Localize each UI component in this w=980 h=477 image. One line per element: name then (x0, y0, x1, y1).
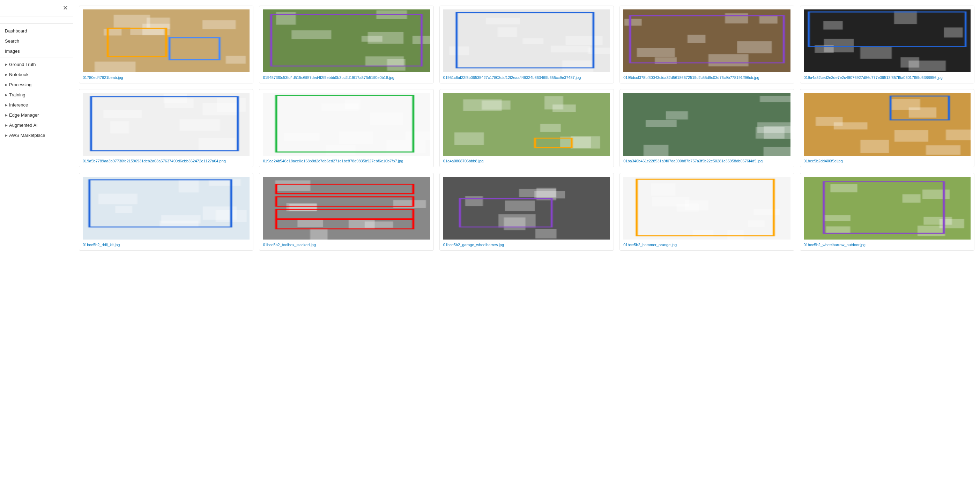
image-canvas (804, 10, 970, 72)
image-canvas (623, 93, 790, 156)
image-thumbnail-wrapper (263, 10, 430, 72)
image-canvas (83, 10, 250, 72)
image-filename-link[interactable]: 01bce5b2_toolbox_stacked.jpg (263, 242, 430, 247)
image-canvas (263, 10, 430, 72)
sidebar-group-label: Notebook (9, 72, 29, 77)
chevron-right-icon: ▶ (5, 123, 8, 127)
image-card: 0194573f0c53fd4d515c6ff57ded4f2f9ebbb0b3… (259, 6, 433, 83)
image-filename-link[interactable]: 0195dccf378bf30043cfda32d56186672519d2c5… (623, 75, 790, 80)
image-thumbnail-wrapper (83, 10, 250, 72)
image-thumbnail-wrapper (263, 177, 430, 239)
sidebar-group-label: Ground Truth (9, 62, 36, 67)
image-canvas (804, 93, 970, 156)
image-canvas (443, 177, 610, 239)
sidebar-group-label: Processing (9, 82, 32, 87)
image-canvas (623, 10, 790, 72)
image-filename-link[interactable]: 0194573f0c53fd4d515c6ff57ded4f2f9ebbb0b3… (263, 75, 430, 80)
image-card: 01bce5b2_drill_kit.jpg (79, 173, 253, 251)
image-card: 019a5b7789aa3b97730fe21596931deb2a03a576… (79, 89, 253, 167)
image-filename-link[interactable]: 019a4a52ced2e3de7e2c49076927d86c777e3951… (804, 75, 970, 80)
image-canvas (443, 10, 610, 72)
studio-link[interactable] (0, 16, 73, 24)
image-card: 01bce5b2_hammer_orange.jpg (619, 173, 794, 251)
image-thumbnail-wrapper (83, 177, 250, 239)
close-icon[interactable]: ✕ (63, 5, 68, 11)
image-canvas (263, 93, 430, 156)
chevron-right-icon: ▶ (5, 113, 8, 117)
image-filename-link[interactable]: 01bce5b2_hammer_orange.jpg (623, 242, 790, 247)
image-card: 01ba340b461c228531a9f07da090b87b757a3f5b… (619, 89, 794, 167)
image-canvas (83, 177, 250, 239)
image-filename-link[interactable]: 01780ed47821beab.jpg (83, 75, 250, 80)
image-card: 01bce5b2_toolbox_stacked.jpg (259, 173, 433, 251)
sidebar-group-aws-marketplace[interactable]: ▶AWS Marketplace (0, 130, 73, 140)
chevron-right-icon: ▶ (5, 62, 8, 66)
sidebar-group-label: Edge Manager (9, 112, 39, 118)
image-card: 019a4a52ced2e3de7e2c49076927d86c777e3951… (800, 6, 974, 83)
sidebar-group-notebook[interactable]: ▶Notebook (0, 70, 73, 80)
image-filename-link[interactable]: 01bce5b2dd400f5d.jpg (804, 158, 970, 164)
image-filename-link[interactable]: 01ba340b461c228531a9f07da090b87b757a3f5b… (623, 158, 790, 164)
image-filename-link[interactable]: 019a5b7789aa3b97730fe21596931deb2a03a576… (83, 158, 250, 164)
image-canvas (83, 93, 250, 156)
image-thumbnail-wrapper (623, 177, 790, 239)
sidebar-group-label: AWS Marketplace (9, 133, 45, 138)
sidebar: ✕ DashboardSearchImages▶Ground Truth▶Not… (0, 0, 73, 477)
sidebar-group-edge-manager[interactable]: ▶Edge Manager (0, 110, 73, 120)
image-card: 01a4a0868706bbb8.jpg (439, 89, 614, 167)
image-card: 01951c6af22f5b06535427c17803daf12f2eaa44… (439, 6, 614, 83)
sidebar-nav: DashboardSearchImages▶Ground Truth▶Noteb… (0, 24, 73, 142)
image-filename-link[interactable]: 01951c6af22f5b06535427c17803daf12f2eaa44… (443, 75, 610, 80)
image-grid: 01780ed47821beab.jpg0194573f0c53fd4d515c… (79, 6, 974, 251)
image-thumbnail-wrapper (443, 177, 610, 239)
image-card: 01bce5b2dd400f5d.jpg (800, 89, 974, 167)
image-thumbnail-wrapper (623, 93, 790, 156)
image-card: 01bce5b2_wheelbarrow_outdoor.jpg (800, 173, 974, 251)
image-canvas (263, 177, 430, 239)
image-thumbnail-wrapper (443, 10, 610, 72)
image-card: 01bce5b2_garage_wheelbarrow.jpg (439, 173, 614, 251)
main-content: 01780ed47821beab.jpg0194573f0c53fd4d515c… (73, 0, 980, 477)
chevron-right-icon: ▶ (5, 93, 8, 97)
image-thumbnail-wrapper (804, 10, 970, 72)
image-card: 0195dccf378bf30043cfda32d56186672519d2c5… (619, 6, 794, 83)
sidebar-item-search[interactable]: Search (0, 36, 73, 46)
sidebar-group-training[interactable]: ▶Training (0, 90, 73, 100)
chevron-right-icon: ▶ (5, 83, 8, 86)
image-canvas (623, 177, 790, 239)
sidebar-item-images[interactable]: Images (0, 46, 73, 56)
chevron-right-icon: ▶ (5, 73, 8, 77)
image-card: 01780ed47821beab.jpg (79, 6, 253, 83)
sidebar-header: ✕ (0, 0, 73, 16)
image-canvas (804, 177, 970, 239)
image-filename-link[interactable]: 01a4a0868706bbb8.jpg (443, 158, 610, 164)
image-thumbnail-wrapper (443, 93, 610, 156)
chevron-right-icon: ▶ (5, 103, 8, 107)
sidebar-group-inference[interactable]: ▶Inference (0, 100, 73, 110)
image-filename-link[interactable]: 01bce5b2_garage_wheelbarrow.jpg (443, 242, 610, 247)
sidebar-group-processing[interactable]: ▶Processing (0, 80, 73, 90)
image-filename-link[interactable]: 01bce5b2_wheelbarrow_outdoor.jpg (804, 242, 970, 247)
chevron-right-icon: ▶ (5, 133, 8, 137)
image-thumbnail-wrapper (263, 93, 430, 156)
image-thumbnail-wrapper (804, 93, 970, 156)
sidebar-group-augmented-ai[interactable]: ▶Augmented AI (0, 120, 73, 130)
sidebar-group-label: Augmented AI (9, 123, 38, 128)
sidebar-group-ground-truth[interactable]: ▶Ground Truth (0, 59, 73, 70)
image-filename-link[interactable]: 01bce5b2_drill_kit.jpg (83, 242, 250, 247)
sidebar-item-dashboard[interactable]: Dashboard (0, 26, 73, 36)
image-canvas (443, 93, 610, 156)
sidebar-group-label: Training (9, 92, 25, 97)
image-thumbnail-wrapper (623, 10, 790, 72)
image-thumbnail-wrapper (83, 93, 250, 156)
image-filename-link[interactable]: 019ae24b546e18ace0e168b8d2c7db6ed271d1be… (263, 158, 430, 164)
sidebar-group-label: Inference (9, 102, 28, 108)
image-thumbnail-wrapper (804, 177, 970, 239)
image-card: 019ae24b546e18ace0e168b8d2c7db6ed271d1be… (259, 89, 433, 167)
